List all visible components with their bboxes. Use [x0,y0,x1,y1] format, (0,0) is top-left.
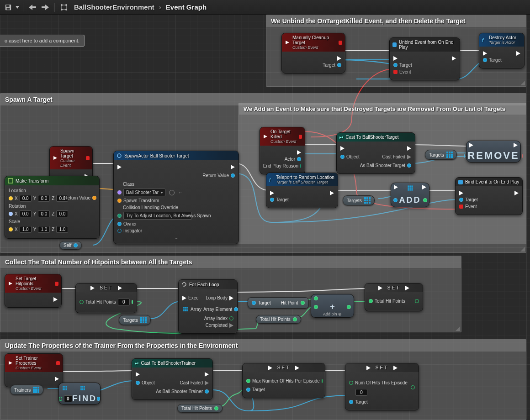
exec-out-pin[interactable] [516,51,520,56]
exec-out-pin[interactable] [55,377,59,381]
event-in-pin[interactable] [393,70,398,74]
event-pin[interactable] [459,205,463,209]
actor-pin[interactable] [297,157,301,161]
numhits-in-pin[interactable] [349,381,353,385]
exec-in-pin[interactable] [182,296,186,300]
cast-failed-pin[interactable] [205,381,209,385]
maxhits-out-pin[interactable] [322,379,323,383]
variable-targets-2[interactable]: Targets [343,195,375,205]
exec-out-pin[interactable] [118,286,122,290]
chevron-down-icon[interactable] [16,6,19,9]
self-out-pin[interactable] [74,243,78,247]
hitpoint-out-pin[interactable] [301,301,305,305]
return-value-pin[interactable] [92,196,96,200]
node-destroy-actor[interactable]: f Destroy Actor Target is Actor Target [479,33,525,68]
node-manually-cleanup-target[interactable]: Manually Cleanup Target Custom Event Tar… [281,33,345,74]
element-pin[interactable] [234,307,238,311]
return-value-pin[interactable] [231,173,235,178]
delegate-pin[interactable] [299,135,302,139]
target-in-pin[interactable] [393,63,398,67]
index-pin[interactable] [229,316,233,320]
value-input[interactable]: 0 [355,389,367,396]
node-set-maxhits[interactable]: SET Max Number Of Hits Per Episode Targe… [242,363,325,398]
thp-out-pin[interactable] [415,299,419,303]
variable-total-hitpoints-2[interactable]: Total Hit Points [177,404,223,413]
exec-in-pin[interactable] [366,366,371,370]
forward-button[interactable] [40,2,51,13]
exec-out-pin[interactable] [452,56,456,61]
z-input[interactable]: 0.0 [56,210,68,217]
node-cast-target[interactable]: ▸•Cast To BallShooterTarget ObjectCast F… [336,132,415,174]
bool-out-pin[interactable] [522,154,523,158]
variable-targets[interactable]: Targets [425,150,457,160]
target-pin[interactable] [349,400,353,404]
x-input[interactable]: 1.0 [20,226,32,233]
add-pin-button[interactable]: Add pin [323,312,337,316]
exec-in-pin[interactable] [483,51,487,56]
collision-pin[interactable] [117,214,122,218]
exec-in-pin[interactable] [340,146,344,151]
target-pin[interactable] [246,388,250,392]
object-pin[interactable] [136,381,140,385]
node-add-array[interactable]: ADD [391,183,429,207]
value-input[interactable]: 0 [118,299,130,305]
exec-out-pin[interactable] [231,165,235,169]
breadcrumb-leaf[interactable]: Event Graph [166,3,207,11]
exec-in-pin[interactable] [378,286,382,290]
cast-failed-pin[interactable] [407,155,411,159]
thp-in-pin[interactable] [80,300,84,304]
thp-out-pin[interactable] [214,406,218,410]
y-input[interactable]: 0.0 [38,195,50,202]
node-cast-trainer[interactable]: ▸•Cast To BallShooterTrainer ObjectCast … [132,358,213,400]
expand-toggle[interactable]: ⌄ [117,235,235,240]
exec-in-pin[interactable] [393,56,398,61]
back-button[interactable] [27,2,38,13]
owner-pin[interactable] [117,222,122,226]
delegate-pin[interactable] [56,361,60,365]
location-pin[interactable] [9,196,13,200]
node-remove[interactable]: REMOVE [466,141,521,163]
array-pin[interactable] [183,307,188,311]
resize-handle[interactable] [520,247,525,252]
maxhits-in-pin[interactable] [246,379,250,383]
result-pin[interactable] [347,305,351,309]
rotation-pin[interactable] [9,212,13,216]
exec-in-pin[interactable] [136,372,140,377]
b-pin[interactable] [314,305,318,309]
target-pin[interactable] [270,198,274,202]
y-input[interactable]: 1.0 [38,226,50,233]
delegate-pin[interactable] [339,41,342,45]
node-set-trainer-properties[interactable]: Set Trainer PropertiesCustom Event [5,353,63,387]
item-out-pin[interactable] [97,397,100,401]
exec-in-pin[interactable] [270,191,274,195]
node-teleport[interactable]: fTeleport to Random LocationTarget is Ba… [266,173,338,208]
x-input[interactable]: 0.0 [20,210,32,217]
epr-pin[interactable] [300,164,301,168]
exec-out-pin[interactable] [393,366,398,370]
collision-select[interactable]: Try To Adjust Location, But Always Spawn [123,212,192,220]
variable-targets-3[interactable]: Targets [119,315,151,325]
exec-in-pin[interactable] [90,286,95,290]
exec-out-pin[interactable] [514,143,518,147]
node-set-thp-1[interactable]: SET Total Hit Points0 [75,283,137,313]
variable-trainers[interactable]: Trainers [10,385,43,395]
target-pin[interactable] [459,198,463,202]
index-out-pin[interactable] [423,198,427,202]
instigator-pin[interactable] [117,229,122,233]
clear-button[interactable]: ← [178,190,183,195]
node-on-target-killed[interactable]: On Target KilledCustom Event Actor End P… [260,127,305,174]
node-set-numhits[interactable]: SET Num Of Hits This Episode0 Target [345,363,419,410]
blueprint-icon[interactable] [58,2,69,13]
object-pin[interactable] [340,155,344,159]
node-set-thp-2[interactable]: SET Total Hit Points [365,283,423,311]
node-plus[interactable]: + Add pin ⊕ [311,294,354,318]
target-in-pin[interactable] [252,301,256,305]
node-unbind-event[interactable]: Unbind Event from On End Play Target Eve… [389,37,460,80]
node-make-transform[interactable]: Make Transform Return Value Location X0.… [5,176,100,239]
variable-self[interactable]: Self [59,241,82,250]
z-input[interactable]: 1.0 [56,226,68,233]
x-input[interactable]: 0.0 [20,195,32,202]
item-in-pin[interactable] [393,198,398,202]
numhits-out-pin[interactable] [411,385,415,389]
delegate-pin[interactable] [86,156,90,160]
